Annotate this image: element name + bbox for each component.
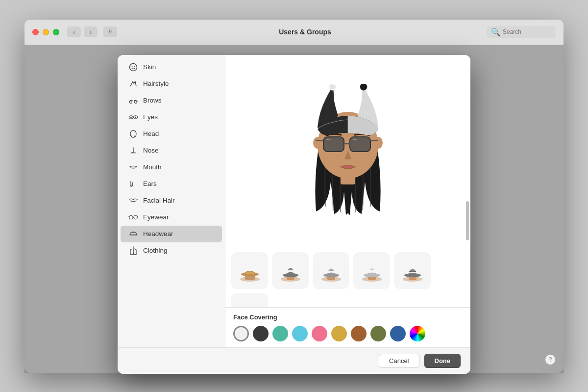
svg-rect-38 — [409, 271, 416, 272]
sidebar-item-hairstyle[interactable]: Hairstyle — [121, 76, 222, 92]
color-cyan[interactable] — [292, 326, 308, 341]
face-covering-section: Face Covering — [225, 308, 470, 347]
fullscreen-button[interactable] — [53, 29, 59, 35]
sidebar-item-headwear[interactable]: Headwear — [121, 226, 222, 242]
modal-body: Skin Hairstyle — [118, 55, 470, 347]
svg-point-4 — [135, 101, 137, 103]
sidebar-item-nose[interactable]: Nose — [121, 142, 222, 159]
traffic-lights — [32, 29, 59, 35]
sidebar-label-headwear: Headwear — [143, 230, 173, 237]
scrollbar-thumb[interactable] — [466, 201, 469, 240]
eyewear-icon — [128, 212, 138, 222]
minimize-button[interactable] — [43, 29, 49, 35]
color-olive[interactable] — [370, 326, 386, 341]
title-bar: ‹ › ⠿ Users & Groups 🔍 — [24, 20, 564, 45]
head-icon — [128, 129, 138, 139]
svg-point-16 — [374, 137, 383, 149]
avatar-preview — [225, 55, 470, 246]
svg-point-7 — [130, 116, 132, 118]
svg-point-2 — [134, 66, 135, 67]
ears-icon — [128, 179, 138, 189]
sidebar-item-head[interactable]: Head — [121, 126, 222, 142]
sidebar-label-facial-hair: Facial Hair — [143, 197, 175, 204]
category-sidebar: Skin Hairstyle — [118, 55, 225, 347]
svg-point-1 — [132, 66, 133, 67]
sidebar-item-ears[interactable]: Ears — [121, 176, 222, 192]
face-covering-title: Face Covering — [233, 314, 463, 321]
hairstyle-icon — [128, 79, 138, 89]
color-white[interactable] — [233, 326, 249, 341]
sidebar-item-brows[interactable]: Brows — [121, 92, 222, 109]
modal-overlay: Skin Hairstyle — [24, 45, 564, 373]
brows-icon — [128, 96, 138, 105]
svg-point-37 — [404, 273, 421, 277]
sidebar-item-facial-hair[interactable]: Facial Hair — [121, 192, 222, 209]
mouth-icon — [128, 162, 138, 172]
hat-option-4[interactable] — [353, 252, 390, 289]
grid-button[interactable]: ⠿ — [103, 26, 117, 37]
search-icon: 🔍 — [491, 27, 501, 37]
nav-buttons: ‹ › — [67, 26, 98, 37]
modal-footer: Cancel Done — [118, 347, 470, 374]
sidebar-label-head: Head — [143, 130, 159, 137]
svg-point-11 — [133, 250, 134, 251]
forward-button[interactable]: › — [84, 26, 98, 37]
svg-point-22 — [360, 84, 367, 90]
hat-option-6[interactable] — [231, 293, 268, 308]
svg-point-13 — [133, 253, 134, 254]
svg-point-21 — [330, 84, 335, 89]
done-button[interactable]: Done — [424, 354, 461, 368]
search-bar[interactable]: 🔍 — [487, 26, 556, 38]
color-teal[interactable] — [272, 326, 288, 341]
sidebar-label-ears: Ears — [143, 180, 157, 187]
svg-point-0 — [130, 63, 137, 71]
scrollbar[interactable] — [466, 55, 469, 347]
hat-option-3[interactable] — [313, 252, 349, 289]
hat-options-grid — [225, 246, 470, 308]
sidebar-label-eyes: Eyes — [143, 113, 158, 121]
sidebar-label-hairstyle: Hairstyle — [143, 80, 169, 87]
close-button[interactable] — [32, 29, 39, 35]
sidebar-item-eyes[interactable]: Eyes — [121, 109, 222, 126]
sidebar-label-brows: Brows — [143, 97, 162, 104]
color-gold[interactable] — [331, 326, 347, 341]
hat-option-5[interactable] — [394, 252, 431, 289]
headwear-icon — [128, 229, 138, 239]
sidebar-item-mouth[interactable]: Mouth — [121, 159, 222, 176]
color-pink[interactable] — [312, 326, 327, 341]
sidebar-label-mouth: Mouth — [143, 163, 162, 171]
svg-point-9 — [129, 215, 133, 219]
svg-point-28 — [283, 273, 298, 277]
color-navy[interactable] — [390, 326, 406, 341]
svg-point-8 — [135, 116, 136, 118]
clothing-icon — [128, 246, 138, 256]
cancel-button[interactable]: Cancel — [379, 354, 419, 368]
help-button[interactable]: ? — [545, 354, 556, 365]
svg-point-3 — [130, 101, 132, 103]
svg-rect-18 — [323, 137, 344, 152]
skin-icon — [128, 62, 138, 72]
search-input[interactable] — [503, 28, 552, 35]
sidebar-item-clothing[interactable]: Clothing — [121, 242, 222, 259]
svg-rect-19 — [350, 137, 370, 152]
sidebar-label-skin: Skin — [143, 63, 156, 71]
main-content: Skin Hairstyle — [24, 45, 564, 373]
svg-point-10 — [134, 215, 138, 219]
sidebar-label-nose: Nose — [143, 147, 159, 154]
mac-window: ‹ › ⠿ Users & Groups 🔍 — [24, 20, 564, 373]
color-brown[interactable] — [351, 326, 367, 341]
scrollbar-track — [466, 55, 469, 347]
sidebar-item-skin[interactable]: Skin — [121, 59, 222, 76]
facial-hair-icon — [128, 196, 138, 206]
back-button[interactable]: ‹ — [67, 26, 81, 37]
options-row-1 — [231, 252, 465, 308]
color-black[interactable] — [253, 326, 269, 341]
sidebar-item-eyewear[interactable]: Eyewear — [121, 209, 222, 226]
hat-option-2[interactable] — [272, 252, 309, 289]
memoji-editor-modal: Skin Hairstyle — [118, 55, 470, 374]
sidebar-label-clothing: Clothing — [143, 247, 168, 254]
color-multicolor[interactable] — [410, 326, 425, 341]
color-picker-row — [233, 326, 463, 341]
memoji-avatar — [299, 84, 397, 216]
hat-option-1[interactable] — [231, 252, 268, 289]
